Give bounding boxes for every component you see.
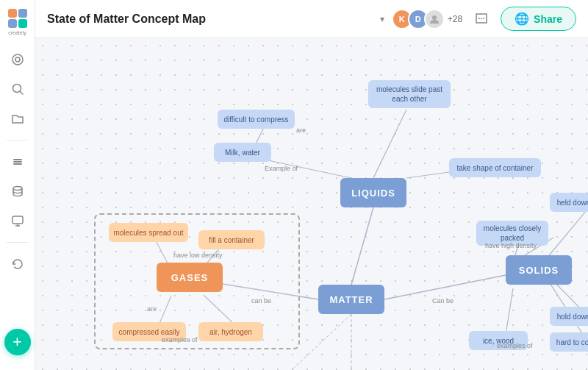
svg-rect-2 <box>8 19 17 28</box>
svg-line-28 <box>546 206 588 259</box>
present-icon[interactable] <box>10 213 26 229</box>
svg-point-11 <box>13 187 22 191</box>
share-label: Share <box>534 13 562 25</box>
share-icon: 🌐 <box>514 12 529 26</box>
sidebar-divider <box>7 140 29 140</box>
svg-line-19 <box>351 207 373 285</box>
edge-label-can-be: can be <box>251 297 271 305</box>
logo[interactable]: creately <box>7 7 29 35</box>
node-matter[interactable]: MATTER <box>318 285 384 314</box>
node-fill-container[interactable]: fill a container <box>198 230 265 249</box>
svg-line-25 <box>406 171 454 178</box>
main-area: State of Matter Concept Map ▾ K D +28 🌐 … <box>35 0 588 370</box>
node-liquids[interactable]: LIQUIDS <box>340 178 406 207</box>
node-molecules-spread[interactable]: molecules spread out <box>109 223 188 242</box>
sidebar: creately + <box>0 0 35 370</box>
sidebar-divider-2 <box>7 242 29 243</box>
svg-line-7 <box>20 92 23 95</box>
node-difficult-compress[interactable]: difficult to compress <box>218 110 295 129</box>
node-ice-wood[interactable]: ice, wood <box>469 331 528 350</box>
layers-icon[interactable] <box>10 154 26 170</box>
svg-rect-0 <box>8 9 17 18</box>
canvas-area[interactable]: MATTER LIQUIDS SOLIDS GASES Milk, water … <box>35 38 588 370</box>
search-icon[interactable] <box>10 81 26 97</box>
share-button[interactable]: 🌐 Share <box>501 7 576 31</box>
svg-line-23 <box>373 110 406 178</box>
svg-point-15 <box>432 15 437 20</box>
svg-rect-9 <box>13 161 22 163</box>
node-gases[interactable]: GASES <box>157 263 223 292</box>
canvas-lines <box>35 38 588 370</box>
svg-rect-1 <box>18 9 27 18</box>
svg-rect-10 <box>13 163 22 165</box>
node-compressed-easily[interactable]: compressed easily <box>112 322 186 341</box>
node-molecules-slide[interactable]: molecules slide past each other <box>368 80 451 108</box>
svg-rect-3 <box>18 19 27 28</box>
node-hold-down-shape[interactable]: hold down shape <box>550 307 588 326</box>
svg-point-5 <box>15 57 20 62</box>
edge-label-example-of: Example of <box>265 165 298 172</box>
avatar-count: +28 <box>448 14 462 24</box>
node-molecules-closely[interactable]: molecules closely packed <box>476 221 548 246</box>
node-hard-compress[interactable]: hard to compress <box>550 332 588 352</box>
svg-line-31 <box>506 288 513 335</box>
collaborator-avatars: K D +28 <box>392 9 462 29</box>
nav-icon[interactable] <box>10 51 26 68</box>
edge-label-are-2: are <box>147 305 157 313</box>
svg-point-16 <box>478 18 480 19</box>
chat-button[interactable] <box>470 7 493 31</box>
logo-text: creately <box>8 30 26 35</box>
node-air-hydrogen[interactable]: air, hydrogen <box>198 322 263 341</box>
database-icon[interactable] <box>10 183 26 199</box>
title-dropdown-icon[interactable]: ▾ <box>380 14 384 24</box>
svg-line-37 <box>293 314 351 369</box>
edge-label-low-density: have low density <box>173 252 223 259</box>
svg-line-20 <box>384 274 513 299</box>
avatar-img <box>424 9 445 29</box>
svg-line-34 <box>159 296 171 325</box>
node-milk-water[interactable]: Milk, water <box>214 143 271 162</box>
edge-label-can-be-solid: Can be <box>432 297 453 305</box>
svg-rect-12 <box>12 216 23 224</box>
svg-point-6 <box>12 85 21 93</box>
node-solids[interactable]: SOLIDS <box>506 255 572 285</box>
node-held-down-shape[interactable]: held down shape <box>550 193 588 212</box>
header: State of Matter Concept Map ▾ K D +28 🌐 … <box>35 0 588 38</box>
svg-rect-8 <box>13 159 22 160</box>
node-take-shape[interactable]: take shape of container <box>449 158 541 177</box>
svg-point-18 <box>483 18 484 19</box>
history-icon[interactable] <box>10 256 26 272</box>
document-title: State of Matter Concept Map <box>47 13 373 26</box>
folder-icon[interactable] <box>10 110 26 127</box>
svg-line-35 <box>204 296 235 325</box>
svg-point-17 <box>481 18 482 19</box>
svg-point-4 <box>12 54 23 65</box>
fab-add-button[interactable]: + <box>4 329 31 355</box>
edge-label-are-1: are <box>296 127 306 134</box>
